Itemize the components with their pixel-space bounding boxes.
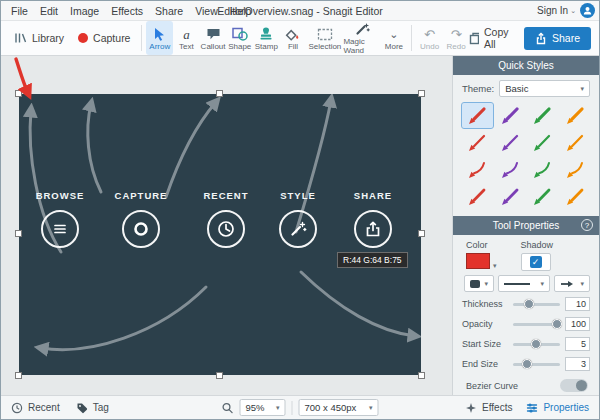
arrow-style-swatch[interactable] xyxy=(560,157,591,182)
tool-shape[interactable]: Shape xyxy=(226,21,253,55)
menu-share[interactable]: Share xyxy=(149,4,189,18)
quick-styles-header: Quick Styles xyxy=(453,56,599,75)
divider xyxy=(411,25,412,51)
arrow-style-swatch[interactable] xyxy=(560,184,591,209)
arrow-style-swatch[interactable] xyxy=(462,184,493,209)
menu-effects[interactable]: Effects xyxy=(105,4,149,18)
selection-handle[interactable] xyxy=(418,230,425,237)
share-label: Share xyxy=(552,32,580,44)
chevron-down-icon: ⌄ xyxy=(389,26,398,41)
recent-button[interactable]: Recent xyxy=(11,402,60,414)
menu-edit[interactable]: Edit xyxy=(34,4,64,18)
thickness-label: Thickness xyxy=(462,299,508,309)
share-circle xyxy=(354,210,392,248)
properties-label: Properties xyxy=(543,402,589,413)
zoom-value: 95% xyxy=(246,402,265,413)
selection-handle[interactable] xyxy=(216,372,223,379)
theme-select[interactable]: Basic ▾ xyxy=(499,80,590,97)
arrow-style-swatch[interactable] xyxy=(462,103,493,128)
selection-handle[interactable] xyxy=(15,230,22,237)
menu-image[interactable]: Image xyxy=(64,4,105,18)
arrow-style-swatch[interactable] xyxy=(527,103,558,128)
selection-handle[interactable] xyxy=(15,90,22,97)
account-avatar[interactable] xyxy=(580,3,595,18)
help-button[interactable]: ? xyxy=(581,219,593,231)
tool-fill[interactable]: Fill xyxy=(280,21,307,55)
tool-arrow[interactable]: Arrow xyxy=(146,21,173,55)
menu-file[interactable]: File xyxy=(5,4,34,18)
slider-knob[interactable] xyxy=(552,319,562,329)
arrow-style-swatch[interactable] xyxy=(495,130,526,155)
arrow-style-swatch[interactable] xyxy=(560,130,591,155)
effects-button[interactable]: Effects xyxy=(465,402,512,414)
magic-wand-icon xyxy=(355,21,370,36)
color-picker[interactable]: ▾ xyxy=(466,253,497,269)
arrow-style-swatch[interactable] xyxy=(527,157,558,182)
tool-more[interactable]: ⌄ More xyxy=(381,21,408,55)
tag-label: Tag xyxy=(93,402,109,413)
opacity-value[interactable]: 100 xyxy=(565,317,590,331)
slider-knob[interactable] xyxy=(522,359,532,369)
canvas-image[interactable]: BROWSE CAPTURE RECENT xyxy=(19,94,421,375)
arrow-style-swatch[interactable] xyxy=(462,157,493,182)
slider-knob[interactable] xyxy=(524,299,534,309)
magnifier-icon xyxy=(222,402,234,414)
arrow-style-swatch[interactable] xyxy=(495,157,526,182)
tool-callout[interactable]: Callout xyxy=(200,21,227,55)
line-style-select[interactable]: ▾ xyxy=(498,275,550,292)
arrow-style-swatch[interactable] xyxy=(462,130,493,155)
sign-in-label: Sign In xyxy=(537,5,568,16)
redo-label: Redo xyxy=(447,42,466,51)
arrow-style-swatch[interactable] xyxy=(560,103,591,128)
end-size-label: End Size xyxy=(462,359,508,369)
canvas-workspace[interactable]: BROWSE CAPTURE RECENT xyxy=(1,56,452,395)
canvas-item-recent: RECENT xyxy=(186,190,266,248)
thickness-value[interactable]: 10 xyxy=(565,297,590,311)
clock-icon xyxy=(216,219,236,239)
arrow-style-swatch[interactable] xyxy=(495,103,526,128)
tool-selection[interactable]: Selection xyxy=(306,21,343,55)
undo-button[interactable]: ↶ Undo xyxy=(416,21,443,55)
share-button[interactable]: Share xyxy=(524,27,591,50)
selection-handle[interactable] xyxy=(418,372,425,379)
selection-handle[interactable] xyxy=(418,90,425,97)
zoom-select[interactable]: 95% ▾ xyxy=(240,399,286,416)
bezier-curve-toggle[interactable] xyxy=(560,379,588,392)
properties-button[interactable]: Properties xyxy=(526,402,589,414)
thickness-slider[interactable] xyxy=(513,303,560,306)
end-size-value[interactable]: 3 xyxy=(565,357,590,371)
shadow-control[interactable]: ✓ xyxy=(521,253,551,271)
tag-button[interactable]: Tag xyxy=(76,402,109,414)
arrow-style-swatch[interactable] xyxy=(527,130,558,155)
canvas-size-select[interactable]: 700 x 450px ▾ xyxy=(299,399,379,416)
redo-button[interactable]: ↷ Redo xyxy=(443,21,470,55)
capture-circle xyxy=(122,210,160,248)
tool-text[interactable]: a Text xyxy=(173,21,200,55)
library-button[interactable]: Library xyxy=(7,21,71,55)
dropdown-arrow-icon: ▾ xyxy=(493,262,497,269)
end-size-slider[interactable] xyxy=(513,363,560,366)
selection-icon xyxy=(317,26,333,41)
copy-all-button[interactable]: Copy All xyxy=(469,26,512,50)
arrow-shape-select[interactable]: ▾ xyxy=(464,275,494,292)
menu-view[interactable]: View xyxy=(189,4,224,18)
selection-handle[interactable] xyxy=(15,372,22,379)
slider-knob[interactable] xyxy=(531,339,541,349)
shadow-checkbox[interactable]: ✓ xyxy=(530,256,542,268)
arrow-style-swatch[interactable] xyxy=(527,184,558,209)
arrow-style-swatch[interactable] xyxy=(495,184,526,209)
canvas-label: BROWSE xyxy=(20,190,100,201)
canvas-item-capture: CAPTURE xyxy=(101,190,181,248)
start-size-value[interactable]: 5 xyxy=(565,337,590,351)
arrow-end-select[interactable]: ▾ xyxy=(554,275,590,292)
dropdown-arrow-icon: ▾ xyxy=(276,404,280,411)
sign-in-button[interactable]: Sign In ⌄ xyxy=(537,5,576,16)
canvas-item-style: STYLE xyxy=(258,190,338,248)
start-size-slider[interactable] xyxy=(513,343,560,346)
capture-button[interactable]: Capture xyxy=(71,21,137,55)
opacity-slider[interactable] xyxy=(513,323,560,326)
tool-magic-wand[interactable]: Magic Wand xyxy=(343,21,380,55)
tool-stamp[interactable]: Stamp xyxy=(253,21,280,55)
menu-help[interactable]: Help xyxy=(224,4,258,18)
selection-handle[interactable] xyxy=(216,90,223,97)
